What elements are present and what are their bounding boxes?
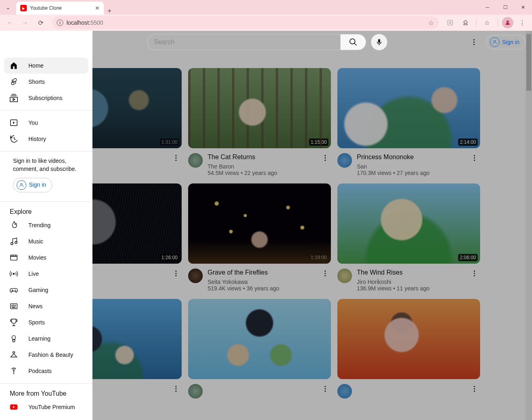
sidebar-item-you[interactable]: You bbox=[4, 115, 88, 131]
user-icon bbox=[490, 37, 500, 47]
chevron-down-icon: ⌄ bbox=[6, 4, 11, 11]
browser-toolbar: ← → ⟳ i localhost:5500 ☆ ☆ ⋮ bbox=[0, 15, 532, 31]
tab-close-button[interactable]: ✕ bbox=[95, 5, 100, 11]
sidebar-item-music[interactable]: Music bbox=[4, 233, 88, 249]
sidebar-item-label: Music bbox=[28, 238, 43, 245]
lens-button[interactable] bbox=[444, 16, 457, 29]
sidebar-item-live[interactable]: Live bbox=[4, 266, 88, 282]
sidebar-item-fashion[interactable]: Fashion & Beauty bbox=[4, 347, 88, 363]
learning-icon bbox=[9, 334, 19, 343]
window-minimize-button[interactable]: ─ bbox=[478, 0, 496, 15]
youtube-favicon bbox=[20, 5, 27, 11]
svg-point-19 bbox=[506, 21, 508, 23]
sidebar-item-podcasts[interactable]: Podcasts bbox=[4, 363, 88, 379]
profile-avatar-button[interactable] bbox=[502, 17, 513, 28]
bookmarks-button[interactable]: ☆ bbox=[481, 16, 493, 29]
sidebar-item-shorts[interactable]: Shorts bbox=[4, 74, 88, 90]
trending-icon bbox=[9, 221, 19, 230]
sidebar-item-trending[interactable]: Trending bbox=[4, 217, 88, 233]
site-info-icon[interactable]: i bbox=[57, 19, 63, 26]
sidebar-item-label: Learning bbox=[28, 335, 51, 342]
home-icon bbox=[9, 61, 19, 70]
app-viewport: YouTube Search Sign in 1:31:00Poppy Hill… bbox=[0, 31, 532, 420]
new-tab-button[interactable]: + bbox=[104, 7, 115, 15]
sidebar-item-label: Sports bbox=[28, 319, 45, 326]
podcasts-icon bbox=[9, 367, 19, 375]
browser-chrome: ⌄ Youtube Clone ✕ + ─ ☐ ✕ ← → ⟳ i localh… bbox=[0, 0, 532, 31]
sidebar-drawer: HomeShortsSubscriptions YouHistory Sign … bbox=[0, 31, 92, 420]
sidebar-item-label: Gaming bbox=[28, 287, 48, 293]
chrome-menu-button[interactable]: ⋮ bbox=[516, 16, 529, 29]
sidebar-item-label: Subscriptions bbox=[28, 95, 62, 101]
voice-search-button[interactable] bbox=[371, 34, 387, 50]
bookmark-star-icon[interactable]: ☆ bbox=[428, 19, 434, 27]
sidebar-item-label: Shorts bbox=[28, 79, 45, 85]
sidebar-item-label: Home bbox=[28, 62, 43, 69]
sidebar-item-gaming[interactable]: Gaming bbox=[4, 282, 88, 298]
browser-tab[interactable]: Youtube Clone ✕ bbox=[16, 2, 104, 15]
you-icon bbox=[9, 118, 19, 127]
svg-rect-17 bbox=[448, 20, 453, 25]
sports-icon bbox=[9, 318, 19, 327]
tab-search-button[interactable]: ⌄ bbox=[0, 0, 16, 15]
nav-forward-button[interactable]: → bbox=[19, 16, 32, 29]
sidebar-item-label: History bbox=[28, 136, 46, 142]
sidebar-item-label: News bbox=[28, 303, 43, 309]
gaming-icon bbox=[9, 286, 19, 294]
fashion-icon bbox=[9, 350, 19, 359]
sidebar-item-label: You bbox=[28, 119, 38, 126]
sidebar-item-label: YouTube Premium bbox=[28, 404, 75, 410]
window-maximize-button[interactable]: ☐ bbox=[496, 0, 514, 15]
sidebar-item-movies[interactable]: Movies bbox=[4, 249, 88, 266]
sidebar-item-label: Live bbox=[28, 271, 39, 277]
movies-icon bbox=[9, 253, 19, 262]
sidebar-item-label: Fashion & Beauty bbox=[28, 352, 73, 358]
header-signin-button[interactable]: Sign in bbox=[486, 35, 526, 49]
svg-point-18 bbox=[449, 22, 451, 24]
search-input[interactable]: Search bbox=[147, 34, 340, 50]
ytp-icon bbox=[9, 403, 19, 411]
signin-prompt-text: Sign in to like videos, comment, and sub… bbox=[13, 157, 79, 173]
tab-title: Youtube Clone bbox=[30, 5, 92, 11]
sidebar-item-learning[interactable]: Learning bbox=[4, 330, 88, 347]
sidebar-item-label: Podcasts bbox=[28, 368, 52, 374]
live-icon bbox=[9, 269, 19, 278]
sidebar-item-home[interactable]: Home bbox=[4, 58, 88, 74]
news-icon bbox=[9, 302, 19, 311]
shorts-icon bbox=[9, 77, 19, 86]
sidebar-item-ytp[interactable]: YouTube Premium bbox=[4, 399, 88, 415]
reload-button[interactable]: ⟳ bbox=[34, 16, 47, 29]
sidebar-item-label: Movies bbox=[28, 254, 46, 261]
tab-strip: ⌄ Youtube Clone ✕ + ─ ☐ ✕ bbox=[0, 0, 532, 15]
sidebar-item-subs[interactable]: Subscriptions bbox=[4, 90, 88, 106]
nav-back-button[interactable]: ← bbox=[3, 16, 16, 29]
extensions-button[interactable] bbox=[459, 16, 472, 29]
subs-icon bbox=[9, 94, 19, 102]
url-text: localhost:5500 bbox=[66, 19, 103, 26]
sidebar-signin-button[interactable]: Sign in bbox=[13, 178, 52, 192]
music-icon bbox=[9, 237, 19, 246]
window-close-button[interactable]: ✕ bbox=[514, 0, 532, 15]
search-button[interactable] bbox=[340, 34, 366, 50]
user-icon bbox=[17, 180, 26, 190]
sidebar-item-label: Trending bbox=[28, 222, 51, 228]
settings-menu-button[interactable] bbox=[466, 34, 482, 50]
address-bar[interactable]: i localhost:5500 ☆ bbox=[52, 16, 439, 29]
sidebar-item-sports[interactable]: Sports bbox=[4, 314, 88, 330]
more-from-youtube-heading: More from YouTube bbox=[4, 388, 88, 399]
sidebar-item-history[interactable]: History bbox=[4, 131, 88, 147]
explore-heading: Explore bbox=[4, 206, 88, 217]
sidebar-item-news[interactable]: News bbox=[4, 298, 88, 314]
history-icon bbox=[9, 134, 19, 143]
